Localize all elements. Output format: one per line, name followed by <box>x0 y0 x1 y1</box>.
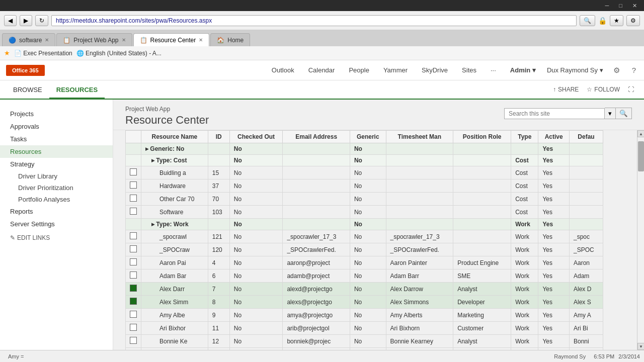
resource-id: 11 <box>208 322 229 335</box>
nav-admin[interactable]: Admin ▾ <box>507 64 539 76</box>
work-type: Work <box>511 219 538 230</box>
vertical-scrollbar[interactable]: ▲ ▼ <box>637 130 644 350</box>
sidebar-item-resources[interactable]: Resources <box>0 145 113 158</box>
back-btn[interactable]: ◀ <box>4 15 17 26</box>
col-type[interactable]: Type <box>511 131 538 143</box>
favorites-btn[interactable]: ★ <box>610 15 623 26</box>
tab-project-web-app[interactable]: 📋 Project Web App ✕ <box>56 33 132 46</box>
nav-calendar[interactable]: Calendar <box>305 64 338 76</box>
checkbox-cell[interactable] <box>126 193 141 206</box>
ts-man <box>386 166 453 179</box>
sidebar-item-approvals[interactable]: Approvals <box>0 120 113 133</box>
col-checked-out[interactable]: Checked Out <box>229 131 283 143</box>
row-checkbox[interactable] <box>130 245 137 252</box>
group-id <box>208 143 229 155</box>
maximize-btn[interactable]: □ <box>616 2 625 10</box>
tab-resource-center[interactable]: 📋 Resource Center ✕ <box>133 33 210 46</box>
col-resource-name[interactable]: Resource Name <box>141 131 208 143</box>
sidebar-subitem-driver-prioritization[interactable]: Driver Prioritization <box>0 182 113 194</box>
row-checkbox[interactable] <box>130 311 137 318</box>
sidebar-item-projects[interactable]: Projects <box>0 108 113 120</box>
checkbox-cell[interactable] <box>126 322 141 335</box>
row-checkbox[interactable] <box>130 272 137 279</box>
search-btn[interactable]: ▾ <box>605 108 616 119</box>
sidebar-subitem-portfolio-analyses[interactable]: Portfolio Analyses <box>0 194 113 205</box>
search-input[interactable] <box>504 108 605 119</box>
email <box>283 193 350 206</box>
edit-links-btn[interactable]: ✎ EDIT LINKS <box>0 230 113 245</box>
checkbox-cell[interactable] <box>126 283 141 296</box>
nav-sites[interactable]: Sites <box>459 64 479 76</box>
row-checkbox-checked[interactable] <box>130 285 137 292</box>
checkbox-cell[interactable] <box>126 256 141 269</box>
checkbox-cell[interactable] <box>126 309 141 322</box>
settings-icon[interactable]: ⚙ <box>611 64 622 77</box>
tab-close-icon[interactable]: ✕ <box>45 37 49 43</box>
checkbox-cell[interactable] <box>126 230 141 243</box>
close-btn[interactable]: ✕ <box>629 2 640 10</box>
ribbon-tab-browse[interactable]: BROWSE <box>6 82 49 99</box>
scroll-down-btn[interactable]: ▼ <box>637 343 644 350</box>
nav-outlook[interactable]: Outlook <box>269 64 297 76</box>
row-checkbox[interactable] <box>130 182 137 189</box>
search-submit-btn[interactable]: 🔍 <box>616 108 632 119</box>
col-timesheet-man[interactable]: Timesheet Man <box>386 131 453 143</box>
nav-skydrive[interactable]: SkyDrive <box>419 64 451 76</box>
row-checkbox-checked[interactable] <box>130 298 137 305</box>
tab-software[interactable]: 🔵 software ✕ <box>2 33 55 46</box>
checkbox-cell[interactable] <box>126 166 141 179</box>
sidebar-item-reports[interactable]: Reports <box>0 205 113 218</box>
resource-id: 7 <box>208 283 229 296</box>
tab-close-icon[interactable]: ✕ <box>122 37 126 43</box>
row-checkbox[interactable] <box>130 324 137 331</box>
checkbox-cell[interactable] <box>126 179 141 193</box>
sidebar-item-server-settings[interactable]: Server Settings <box>0 218 113 230</box>
tab-home[interactable]: 🏠 Home <box>210 33 250 46</box>
address-input[interactable] <box>51 15 577 26</box>
minimize-btn[interactable]: ─ <box>602 2 612 10</box>
sidebar-item-tasks[interactable]: Tasks <box>0 133 113 145</box>
tab-close-icon[interactable]: ✕ <box>199 37 203 43</box>
col-position-role[interactable]: Position Role <box>453 131 511 143</box>
row-checkbox[interactable] <box>130 258 137 265</box>
refresh-btn[interactable]: ↻ <box>35 15 48 26</box>
bookmark-english[interactable]: 🌐 English (United States) - A... <box>76 50 162 57</box>
nav-yammer[interactable]: Yammer <box>380 64 411 76</box>
scroll-up-btn[interactable]: ▲ <box>637 130 644 137</box>
nav-more[interactable]: ··· <box>488 64 499 76</box>
col-email[interactable]: Email Address <box>283 131 350 143</box>
default: Adam <box>569 269 603 283</box>
bookmark-exec[interactable]: 📄 Exec Presentation <box>14 50 72 57</box>
table-container[interactable]: Resource Name ID Checked Out Email Addre… <box>113 130 637 350</box>
col-default[interactable]: Defau <box>569 131 603 143</box>
row-checkbox[interactable] <box>130 232 137 239</box>
checkbox-cell[interactable] <box>126 243 141 256</box>
position <box>453 243 511 256</box>
follow-action[interactable]: ☆ FOLLOW <box>583 84 624 95</box>
checkbox-cell[interactable] <box>126 296 141 309</box>
col-active[interactable]: Active <box>538 131 570 143</box>
forward-btn[interactable]: ▶ <box>20 15 32 26</box>
row-checkbox[interactable] <box>130 168 137 175</box>
row-checkbox[interactable] <box>130 208 137 215</box>
share-action[interactable]: ↑ SHARE <box>549 84 583 95</box>
row-checkbox[interactable] <box>130 195 137 202</box>
checkbox-cell[interactable] <box>126 335 141 348</box>
focus-action[interactable]: ⛶ <box>624 84 638 95</box>
checkbox-cell[interactable] <box>126 206 141 219</box>
table-row: Software 103 No No Cost Yes <box>126 206 603 219</box>
sidebar-subitem-driver-library[interactable]: Driver Library <box>0 170 113 182</box>
col-id[interactable]: ID <box>208 131 229 143</box>
col-generic[interactable]: Generic <box>350 131 386 143</box>
user-name[interactable]: Dux Raymond Sy ▾ <box>547 66 603 74</box>
search-web-btn[interactable]: 🔍 <box>580 15 595 26</box>
checkbox-cell[interactable] <box>126 269 141 283</box>
tools-btn[interactable]: ⚙ <box>626 15 640 26</box>
checkbox-cell[interactable] <box>126 348 141 350</box>
row-checkbox[interactable] <box>130 337 137 344</box>
sidebar-item-strategy[interactable]: Strategy <box>0 158 113 170</box>
nav-people[interactable]: People <box>346 64 372 76</box>
help-icon[interactable]: ? <box>630 64 638 76</box>
scrollbar-thumb[interactable] <box>638 141 644 171</box>
ribbon-tab-resources[interactable]: RESOURCES <box>49 82 105 99</box>
